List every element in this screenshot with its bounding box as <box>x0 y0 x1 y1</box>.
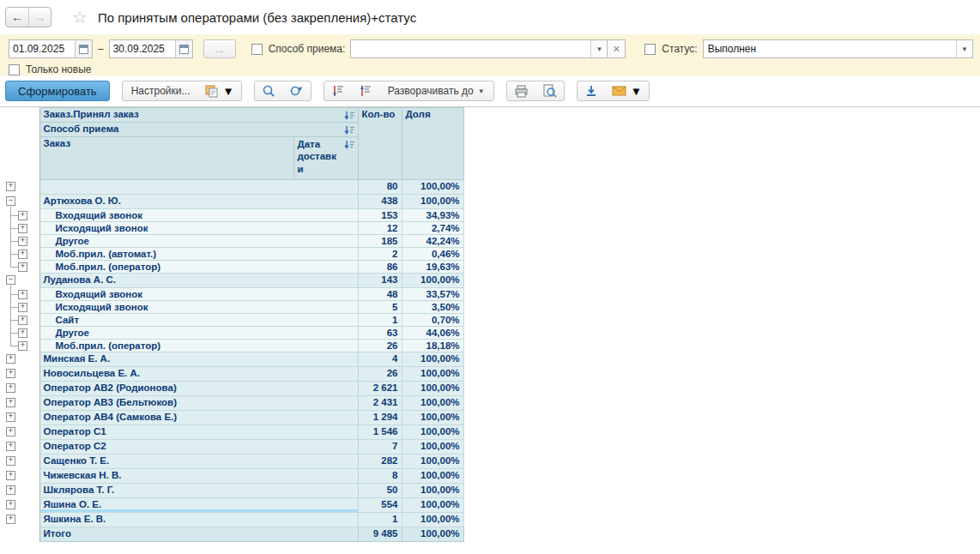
row-kolvo-cell[interactable]: 1 <box>358 513 402 527</box>
expander-button[interactable]: + <box>6 442 15 451</box>
send-mail-button[interactable]: ▼ <box>605 81 649 100</box>
report-variants-button[interactable]: ▼ <box>198 81 240 100</box>
row-dolya-cell[interactable]: 100,00% <box>402 440 463 455</box>
row-name-cell[interactable]: Входящий звонок <box>39 288 358 301</box>
row-kolvo-cell[interactable]: 282 <box>358 455 402 469</box>
row-dolya-cell[interactable]: 2,74% <box>402 222 463 235</box>
row-dolya-cell[interactable]: 100,00% <box>402 352 463 367</box>
row-name-cell[interactable]: Оператор С1 <box>39 425 358 440</box>
expander-button[interactable]: + <box>6 515 15 524</box>
row-dolya-cell[interactable]: 100,00% <box>402 469 463 484</box>
row-kolvo-cell[interactable]: 185 <box>358 235 402 248</box>
row-name-cell[interactable]: Луданова А. С. <box>39 274 358 288</box>
row-dolya-cell[interactable]: 44,06% <box>402 327 463 340</box>
row-kolvo-cell[interactable]: 8 <box>358 469 402 484</box>
row-name-cell[interactable]: Яшкина Е. В. <box>39 513 358 527</box>
row-kolvo-cell[interactable]: 438 <box>358 195 402 209</box>
row-dolya-cell[interactable]: 100,00% <box>402 367 463 382</box>
row-dolya-cell[interactable]: 100,00% <box>402 513 463 527</box>
row-dolya-cell[interactable]: 100,00% <box>402 455 463 469</box>
row-kolvo-cell[interactable]: 12 <box>358 222 402 235</box>
row-kolvo-cell[interactable]: 1 <box>358 314 402 327</box>
row-name-cell[interactable]: Шклярова Т. Г. <box>39 484 358 498</box>
row-name-cell[interactable]: Оператор С2 <box>39 440 358 455</box>
row-dolya-cell[interactable]: 100,00% <box>402 411 463 425</box>
print-preview-button[interactable] <box>535 81 564 100</box>
sposob-input[interactable] <box>351 40 590 57</box>
row-name-cell[interactable]: Моб.прил. (оператор) <box>39 340 358 352</box>
print-button[interactable] <box>507 81 535 100</box>
status-checkbox[interactable] <box>644 44 656 55</box>
row-kolvo-cell[interactable]: 143 <box>358 274 402 288</box>
row-name-cell[interactable] <box>39 180 358 195</box>
expander-button[interactable]: + <box>18 237 27 246</box>
status-dropdown-icon[interactable]: ▼ <box>956 40 972 57</box>
expander-button[interactable]: + <box>6 412 15 422</box>
expander-button[interactable]: + <box>6 354 15 364</box>
expander-button[interactable]: + <box>6 383 15 393</box>
expander-button[interactable]: + <box>6 182 15 191</box>
status-input[interactable] <box>704 40 956 57</box>
row-name-cell[interactable]: Оператор АВ4 (Самкова Е.) <box>39 411 358 425</box>
expander-button[interactable]: − <box>6 275 15 285</box>
back-button[interactable]: ← <box>6 8 28 27</box>
date-to-input[interactable] <box>110 40 175 57</box>
row-name-cell[interactable]: Оператор АВ2 (Родионова) <box>39 382 358 396</box>
row-dolya-cell[interactable]: 100,00% <box>402 527 463 542</box>
sort-icon[interactable] <box>343 111 355 121</box>
expander-button[interactable]: + <box>18 211 27 220</box>
header-zakaz[interactable]: Заказ <box>39 137 293 180</box>
row-kolvo-cell[interactable]: 48 <box>358 288 402 301</box>
row-name-cell[interactable]: Сайт <box>39 314 358 327</box>
row-dolya-cell[interactable]: 100,00% <box>402 274 463 288</box>
row-dolya-cell[interactable]: 100,00% <box>402 396 463 411</box>
expander-button[interactable]: + <box>6 456 15 466</box>
row-dolya-cell[interactable]: 100,00% <box>402 425 463 440</box>
row-name-cell[interactable]: Исходящий звонок <box>39 222 358 235</box>
row-dolya-cell[interactable]: 0,46% <box>402 248 463 261</box>
forward-button[interactable]: → <box>28 8 51 27</box>
row-kolvo-cell[interactable]: 26 <box>358 340 402 352</box>
row-name-cell[interactable]: Артюхова О. Ю. <box>39 195 358 209</box>
sposob-dropdown-icon[interactable]: ▼ <box>590 40 607 57</box>
expander-button[interactable]: + <box>18 262 27 272</box>
row-kolvo-cell[interactable]: 1 294 <box>358 411 402 425</box>
sort-icon[interactable] <box>343 140 355 150</box>
sposob-clear-icon[interactable]: ✕ <box>608 39 626 58</box>
row-dolya-cell[interactable]: 19,63% <box>402 261 463 274</box>
row-name-cell[interactable]: Чижевская Н. В. <box>39 469 358 484</box>
row-name-cell[interactable]: Входящий звонок <box>39 209 358 222</box>
row-kolvo-cell[interactable]: 2 431 <box>358 396 402 411</box>
row-kolvo-cell[interactable]: 9 485 <box>358 527 402 542</box>
row-dolya-cell[interactable]: 18,18% <box>402 340 463 352</box>
sposob-checkbox[interactable] <box>251 44 263 55</box>
save-button[interactable] <box>578 81 605 100</box>
expander-button[interactable]: + <box>18 224 27 233</box>
favorite-star-icon[interactable]: ☆ <box>72 7 88 27</box>
row-kolvo-cell[interactable]: 26 <box>358 367 402 382</box>
expand-to-button[interactable]: Разворачивать до ▼ <box>379 81 493 100</box>
expander-button[interactable]: − <box>6 196 15 206</box>
row-kolvo-cell[interactable]: 5 <box>358 301 402 314</box>
row-dolya-cell[interactable]: 100,00% <box>402 498 463 513</box>
expander-button[interactable]: + <box>18 328 27 338</box>
collapse-levels-button[interactable] <box>324 81 352 100</box>
date-to-calendar-button[interactable] <box>175 40 192 57</box>
row-dolya-cell[interactable]: 100,00% <box>402 382 463 396</box>
row-kolvo-cell[interactable]: 2 621 <box>358 382 402 396</box>
row-kolvo-cell[interactable]: 63 <box>358 327 402 340</box>
row-kolvo-cell[interactable]: 80 <box>358 180 402 195</box>
expander-button[interactable]: + <box>6 485 15 495</box>
header-kolvo[interactable]: Кол-во <box>358 108 402 180</box>
header-prinyal-zakaz[interactable]: Заказ.Принял заказ <box>39 108 358 123</box>
row-name-cell[interactable]: Новосильцева Е. А. <box>39 367 358 382</box>
row-dolya-cell[interactable]: 100,00% <box>402 180 463 195</box>
expander-button[interactable]: + <box>6 471 15 480</box>
header-data-dostavki[interactable]: Дата доставки <box>293 137 358 180</box>
row-name-cell[interactable]: Сащенко Т. Е. <box>39 455 358 469</box>
sort-icon[interactable] <box>343 125 355 135</box>
row-kolvo-cell[interactable]: 153 <box>358 209 402 222</box>
expander-button[interactable]: + <box>6 369 15 378</box>
generate-button[interactable]: Сформировать <box>5 81 110 101</box>
only-new-checkbox[interactable] <box>9 64 20 75</box>
